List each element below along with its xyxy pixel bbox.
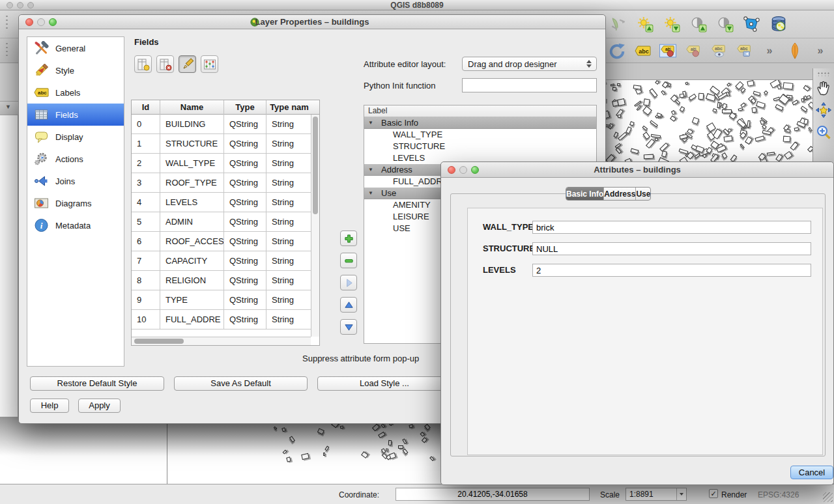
map-building [808,127,812,132]
help-button[interactable]: Help [30,399,69,413]
scrollbar-thumb[interactable] [313,117,318,214]
toolbar-icon[interactable]: abc [734,41,754,61]
column-header[interactable]: Type nam [266,100,312,115]
svg-text:abc: abc [639,48,649,55]
toolbar-icon[interactable] [785,41,805,61]
table-row[interactable]: 2 WALL_TYPE QString String [132,154,319,173]
attribute-editor-layout-select[interactable]: Drag and drop designer [462,57,597,71]
fields-toolbar-button[interactable] [201,55,218,73]
collapse-triangle-icon[interactable]: ▼ [368,188,375,199]
attribute-value-input[interactable] [532,242,811,255]
tree-group-basic-info[interactable]: ▼Basic Info [364,117,596,129]
designer-button[interactable] [340,319,357,335]
column-header[interactable]: Name [160,100,224,115]
tab-use[interactable]: Use [635,188,650,200]
render-checkbox[interactable]: ✓ [709,489,718,498]
scale-select[interactable]: 1:8891 [626,488,687,501]
tree-item[interactable]: WALL_TYPE [364,129,596,141]
sidebar-item-labels[interactable]: abc Labels [27,81,124,104]
toolbar-icon[interactable] [662,14,682,34]
tab-address[interactable]: Address [603,188,635,200]
table-row[interactable]: 8 RELIGION QString String [132,271,319,290]
table-row[interactable]: 5 ADMIN QString String [132,212,319,232]
app-title: QGIS d8b8089 [0,1,834,10]
map-building [756,101,766,108]
toolbar-icon[interactable]: » [760,41,779,61]
toolbar-icon[interactable] [769,14,788,34]
column-header[interactable]: Type [224,100,266,115]
tools-icon [33,40,50,56]
table-row[interactable]: 3 ROOF_TYPE QString String [132,173,319,193]
toolbar-icon[interactable]: » [811,41,830,61]
tab-basic-info[interactable]: Basic Info [566,188,603,200]
sidebar-item-metadata[interactable]: i Metadata [27,214,124,236]
sidebar-item-diagrams[interactable]: Diagrams [27,192,124,214]
python-init-input[interactable] [462,78,597,92]
collapse-triangle-icon[interactable]: ▼ [5,104,11,110]
table-row[interactable]: 9 TYPE QString String [132,290,319,310]
save-as-default-button[interactable]: Save As Default [174,376,308,391]
dialog-titlebar[interactable]: Layer Properties – buildings [19,15,605,29]
attribute-value-input[interactable] [532,264,811,277]
fields-toolbar-button[interactable] [156,55,174,73]
form-row-structure: STRUCTURE [441,242,833,255]
map-building [637,105,642,111]
calculator-icon [203,58,216,71]
designer-button[interactable] [340,297,357,313]
sidebar-item-joins[interactable]: Joins [27,170,124,192]
toolbar-icon[interactable] [635,14,655,34]
resize-grip[interactable] [823,492,833,502]
fields-toolbar-button[interactable] [134,55,152,73]
tree-item[interactable]: STRUCTURE [364,141,596,152]
table-row[interactable]: 0 BUILDING QString String [132,115,319,134]
table-row[interactable]: 10 FULL_ADDRE QString String [132,310,319,329]
attribute-value-input[interactable] [532,221,811,234]
map-tool-button[interactable] [814,123,833,143]
map-building [626,126,632,133]
horizontal-scrollbar[interactable] [132,337,311,345]
table-row[interactable]: 6 ROOF_ACCES QString String [132,232,319,251]
toolbar-icon[interactable] [715,14,735,34]
sidebar-item-actions[interactable]: Actions [27,148,124,170]
fields-toolbar-button[interactable] [179,55,196,73]
load-style-button[interactable]: Load Style ... [317,376,452,391]
toolbar-icon[interactable] [742,14,762,34]
toolbar-icon[interactable]: ab [658,41,678,61]
table-row[interactable]: 1 STRUCTURE QString String [132,134,319,154]
toolbar-icon[interactable]: abc [709,41,728,61]
map-building [630,148,639,154]
table-row[interactable]: 7 CAPACITY QString String [132,251,319,271]
table-row[interactable]: 4 LEVELS QString String [132,193,319,212]
map-canvas-bottom[interactable] [0,417,450,484]
designer-button[interactable] [340,231,357,246]
collapse-triangle-icon[interactable]: ▼ [368,164,375,176]
designer-button[interactable] [340,253,357,268]
scrollbar-thumb[interactable] [134,339,184,344]
sidebar-item-display[interactable]: Display [27,126,124,148]
collapse-triangle-icon[interactable]: ▼ [368,117,375,129]
column-header[interactable]: Id [132,100,160,115]
brightness-up-icon [637,16,654,33]
sidebar-item-style[interactable]: Style [27,59,124,81]
panel-header: ▼ [0,101,18,115]
toolbar-icon[interactable] [609,14,628,34]
restore-default-style-button[interactable]: Restore Default Style [30,376,164,391]
apply-button[interactable]: Apply [78,399,121,413]
map-building [650,120,658,127]
coordinate-input[interactable] [395,488,590,501]
toolbar-icon[interactable] [689,14,708,34]
sidebar-item-fields[interactable]: Fields [27,104,124,126]
gears-icon [33,151,50,167]
map-building [762,124,767,130]
map-building [633,85,642,89]
map-tool-button[interactable] [814,79,833,98]
cancel-button[interactable]: Cancel [790,466,833,479]
dialog-titlebar[interactable]: Attributes – buildings [441,162,833,178]
designer-button[interactable] [340,275,357,290]
map-tool-button[interactable] [814,101,833,120]
toolbar-icon[interactable] [607,41,627,61]
sidebar-item-general[interactable]: General [27,37,124,59]
toolbar-icon[interactable]: ab [683,41,703,61]
toolbar-icon[interactable]: abc [633,41,652,61]
vertical-scrollbar[interactable] [311,115,319,337]
